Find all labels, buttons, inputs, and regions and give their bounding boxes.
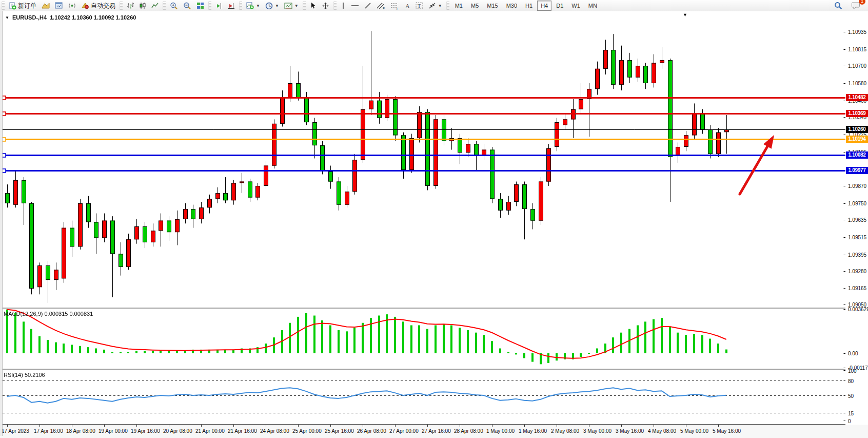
price-axis[interactable]: 1.109351.108151.107001.105801.104601.103… — [845, 11, 868, 425]
time-axis-tick — [492, 425, 492, 427]
chart-title: ▼ EURUSD-,H4 1.10242 1.10360 1.10092 1.1… — [5, 14, 136, 21]
time-axis-label: 2 May 08:00 — [551, 428, 579, 434]
time-axis-label: 27 Apr 16:00 — [422, 428, 451, 434]
tile-windows-icon — [196, 2, 204, 9]
new-order-label: 新订单 — [18, 2, 36, 10]
indicators-caret-icon: ▼ — [256, 4, 260, 8]
zoom-out-button[interactable] — [181, 0, 194, 11]
trendline-icon — [364, 2, 371, 9]
autotrading-label: 自动交易 — [91, 2, 115, 10]
toolbar-grip — [208, 2, 211, 10]
rsi-tick-label: 80 — [848, 378, 854, 384]
cursor-icon — [310, 2, 317, 9]
svg-text:F: F — [397, 7, 399, 10]
fibonacci-tool-button[interactable]: F — [388, 0, 402, 11]
timeframe-button-m15[interactable]: M15 — [483, 1, 501, 11]
price-tick-label: 1.10935 — [848, 29, 866, 35]
horizontal-line-tool-button[interactable] — [348, 0, 362, 11]
time-axis-tick — [395, 425, 396, 427]
timeframe-button-m5[interactable]: M5 — [467, 1, 482, 11]
price-chart-pane[interactable]: ▼ EURUSD-,H4 1.10242 1.10360 1.10092 1.1… — [0, 11, 868, 308]
candlestick-mode-button[interactable] — [136, 0, 149, 11]
price-tick-label: 1.09750 — [848, 200, 866, 206]
trendline-tool-button[interactable] — [362, 0, 374, 11]
arrows-tool-icon — [428, 2, 436, 9]
timeframe-toolbar: M1M5M15M30H1H4D1W1MN — [451, 1, 601, 11]
time-axis-label: 27 Apr 00:00 — [389, 428, 419, 434]
main-toolbar: 新订单 自动交易 — [0, 0, 868, 12]
time-axis-tick — [298, 425, 299, 427]
indicators-icon — [246, 2, 254, 9]
chart-profiles-button[interactable] — [39, 0, 52, 11]
time-axis-tick — [104, 425, 105, 427]
zoom-in-button[interactable] — [167, 0, 181, 11]
svg-text:A: A — [405, 3, 410, 9]
svg-text:T: T — [418, 3, 421, 9]
toolbar-grip — [239, 2, 242, 10]
macd-indicator-pane[interactable]: MACD(12,26,9) 0.000315 0.000831 — [0, 308, 868, 369]
chart-profiles-icon — [42, 2, 50, 9]
time-axis-tick — [427, 425, 428, 427]
arrows-tool-button[interactable]: ▼ — [426, 0, 445, 11]
tile-windows-button[interactable] — [194, 0, 207, 11]
text-tool-button[interactable]: A — [402, 0, 413, 11]
templates-button[interactable]: ▼ — [282, 0, 301, 11]
rsi-tick-label: 15 — [848, 411, 854, 416]
notifications-button[interactable]: 1 — [849, 0, 863, 11]
equidistant-channel-icon: E — [377, 2, 385, 10]
timeframe-button-w1[interactable]: W1 — [568, 1, 584, 11]
timeframe-button-h4[interactable]: H4 — [537, 1, 551, 11]
time-axis-label: 18 Apr 08:00 — [66, 428, 95, 434]
time-axis-tick — [557, 425, 557, 427]
market-watch-button[interactable] — [52, 0, 66, 11]
timeframe-button-d1[interactable]: D1 — [553, 1, 567, 11]
timeframe-button-m30[interactable]: M30 — [503, 1, 521, 11]
timeframe-button-h1[interactable]: H1 — [522, 1, 536, 11]
chart-title-collapse-icon[interactable]: ▼ — [5, 15, 9, 20]
time-axis-tick — [169, 425, 169, 427]
text-label-icon: T — [416, 2, 423, 9]
rsi-canvas[interactable] — [0, 370, 868, 424]
macd-canvas[interactable] — [0, 309, 868, 369]
signals-icon — [68, 2, 76, 9]
time-axis-label: 24 Apr 08:00 — [260, 428, 289, 434]
line-chart-mode-button[interactable] — [149, 0, 161, 11]
toolbar-grip — [163, 2, 166, 10]
time-axis-tick — [621, 425, 622, 427]
rsi-tick-label: 0 — [848, 418, 851, 424]
price-line-badge: 1.10082 — [846, 151, 868, 159]
notification-count-badge: 1 — [859, 0, 865, 5]
equidistant-channel-tool-button[interactable]: E — [374, 0, 388, 11]
cursor-tool-button[interactable] — [307, 0, 319, 11]
autotrading-button[interactable]: 自动交易 — [78, 0, 118, 11]
time-axis-tick — [40, 425, 40, 427]
auto-scroll-button[interactable] — [213, 0, 225, 11]
crosshair-tool-button[interactable] — [319, 0, 332, 11]
signals-button[interactable] — [66, 0, 78, 11]
time-axis-tick — [589, 425, 589, 427]
price-tick-label: 1.09870 — [848, 183, 866, 189]
zoom-in-icon — [170, 2, 178, 10]
time-axis-label: 19 Apr 16:00 — [131, 428, 160, 434]
indicators-button[interactable]: ▼ — [244, 0, 263, 11]
time-axis[interactable]: 17 Apr 202317 Apr 16:0018 Apr 08:0019 Ap… — [0, 425, 868, 438]
search-icon — [834, 2, 842, 10]
new-order-button[interactable]: 新订单 — [6, 0, 39, 11]
periods-button[interactable]: ▼ — [263, 0, 282, 11]
time-axis-tick — [363, 425, 363, 427]
search-button[interactable] — [832, 0, 845, 11]
timeframe-button-m1[interactable]: M1 — [451, 1, 466, 11]
chart-symbol-period: EURUSD-,H4 — [12, 14, 47, 21]
new-order-icon — [9, 2, 16, 10]
timeframe-button-mn[interactable]: MN — [585, 1, 601, 11]
price-chart-canvas[interactable] — [0, 11, 868, 308]
time-axis-label: 5 May 00:00 — [680, 428, 708, 434]
text-label-tool-button[interactable]: T — [413, 0, 426, 11]
time-axis-label: 21 Apr 16:00 — [228, 428, 257, 434]
rsi-indicator-pane[interactable]: RSI(14) 50.2106 — [0, 369, 868, 425]
price-tick-label: 1.10580 — [848, 81, 866, 86]
time-axis-tick — [524, 425, 525, 427]
bar-chart-mode-button[interactable] — [124, 0, 136, 11]
vertical-line-tool-button[interactable] — [338, 0, 348, 11]
chart-shift-button[interactable] — [225, 0, 238, 11]
